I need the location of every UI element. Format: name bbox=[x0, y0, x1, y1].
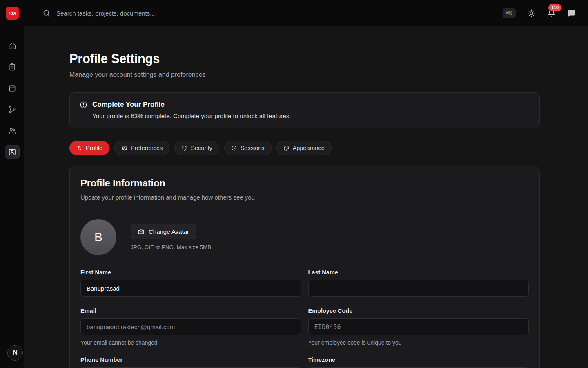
first-name-field-group: First Name bbox=[80, 269, 301, 297]
tab-preferences-label: Preferences bbox=[131, 145, 163, 151]
brand-logo[interactable]: rax bbox=[6, 7, 19, 20]
sidebar-item-tasks[interactable] bbox=[5, 60, 20, 74]
chat-icon bbox=[567, 9, 576, 18]
person-icon bbox=[76, 145, 82, 151]
employee-code-field-group: Employee Code Your employee code is uniq… bbox=[308, 307, 529, 346]
sidebar-item-team[interactable] bbox=[5, 123, 20, 138]
settings-tabs: Profile Preferences Security Sessions Ap… bbox=[69, 141, 535, 155]
tab-preferences[interactable]: Preferences bbox=[114, 141, 169, 155]
avatar-hint: JPG, GIF or PNG. Max size 5MB. bbox=[131, 244, 213, 250]
sidebar-item-profile[interactable] bbox=[5, 145, 20, 159]
topbar: rax ⌘K 110 bbox=[0, 0, 588, 26]
change-avatar-button[interactable]: Change Avatar bbox=[131, 224, 196, 239]
sidebar-item-calendar[interactable] bbox=[5, 81, 20, 96]
alert-circle-icon bbox=[80, 101, 87, 120]
search-input[interactable] bbox=[56, 9, 268, 17]
messages-button[interactable] bbox=[567, 9, 576, 18]
tab-appearance-label: Appearance bbox=[293, 145, 325, 151]
tab-security[interactable]: Security bbox=[174, 141, 219, 155]
tab-security-label: Security bbox=[191, 145, 212, 151]
first-name-label: First Name bbox=[80, 269, 301, 276]
theme-toggle-button[interactable] bbox=[527, 9, 536, 18]
email-field-group: Email Your email cannot be changed bbox=[80, 307, 301, 346]
last-name-field-group: Last Name bbox=[308, 269, 529, 297]
sidebar bbox=[0, 26, 24, 368]
first-name-input[interactable] bbox=[80, 280, 301, 297]
sidebar-item-workflow[interactable] bbox=[5, 102, 20, 117]
users-icon bbox=[8, 127, 16, 135]
last-name-label: Last Name bbox=[308, 269, 529, 276]
tab-appearance[interactable]: Appearance bbox=[276, 141, 332, 155]
main-content: Profile Settings Manage your account set… bbox=[24, 26, 588, 368]
last-name-input[interactable] bbox=[308, 280, 529, 297]
phone-field-group: Phone Number bbox=[80, 357, 301, 368]
profile-card-icon bbox=[8, 148, 16, 156]
brand-logo-text: rax bbox=[9, 10, 16, 16]
change-avatar-label: Change Avatar bbox=[149, 228, 189, 235]
tab-profile-label: Profile bbox=[86, 145, 102, 151]
topbar-actions: ⌘K 110 bbox=[503, 8, 576, 18]
palette-icon bbox=[283, 145, 290, 151]
avatar: B bbox=[80, 219, 116, 255]
workflow-icon bbox=[8, 105, 16, 114]
sidebar-item-home[interactable] bbox=[5, 38, 20, 53]
email-input bbox=[80, 318, 301, 335]
camera-icon bbox=[138, 228, 145, 235]
profile-completion-banner: Complete Your Profile Your profile is 63… bbox=[69, 92, 540, 128]
tab-sessions-label: Sessions bbox=[241, 145, 265, 151]
clock-icon bbox=[231, 145, 237, 151]
card-title: Profile Information bbox=[80, 177, 529, 189]
assistant-initial: N bbox=[13, 349, 18, 357]
timezone-label: Timezone bbox=[308, 357, 529, 363]
banner-title: Complete Your Profile bbox=[92, 100, 291, 109]
employee-code-helper: Your employee code is unique to you bbox=[308, 339, 529, 346]
page-subtitle: Manage your account settings and prefere… bbox=[69, 71, 535, 79]
avatar-initial: B bbox=[94, 230, 102, 244]
timezone-field-group: Timezone bbox=[308, 357, 529, 368]
calendar-icon bbox=[8, 84, 16, 92]
shortcut-badge: ⌘K bbox=[503, 8, 516, 18]
search-icon bbox=[42, 9, 51, 17]
employee-code-label: Employee Code bbox=[308, 307, 529, 314]
notifications-button[interactable]: 110 bbox=[547, 9, 556, 18]
employee-code-input[interactable] bbox=[308, 318, 529, 335]
page-title: Profile Settings bbox=[69, 52, 535, 66]
shield-icon bbox=[181, 145, 187, 151]
phone-label: Phone Number bbox=[80, 357, 301, 363]
tab-profile[interactable]: Profile bbox=[69, 141, 109, 155]
assistant-avatar[interactable]: N bbox=[7, 345, 23, 361]
gear-icon bbox=[121, 145, 127, 151]
profile-information-card: Profile Information Update your profile … bbox=[69, 166, 540, 368]
email-label: Email bbox=[80, 307, 301, 314]
tab-sessions[interactable]: Sessions bbox=[224, 141, 272, 155]
clipboard-icon bbox=[8, 63, 16, 71]
notification-count-badge: 110 bbox=[548, 4, 561, 11]
global-search bbox=[42, 9, 503, 17]
card-subtitle: Update your profile information and mana… bbox=[80, 194, 529, 201]
email-helper: Your email cannot be changed bbox=[80, 339, 301, 346]
home-icon bbox=[8, 42, 16, 50]
banner-message: Your profile is 63% complete. Complete y… bbox=[92, 112, 291, 120]
